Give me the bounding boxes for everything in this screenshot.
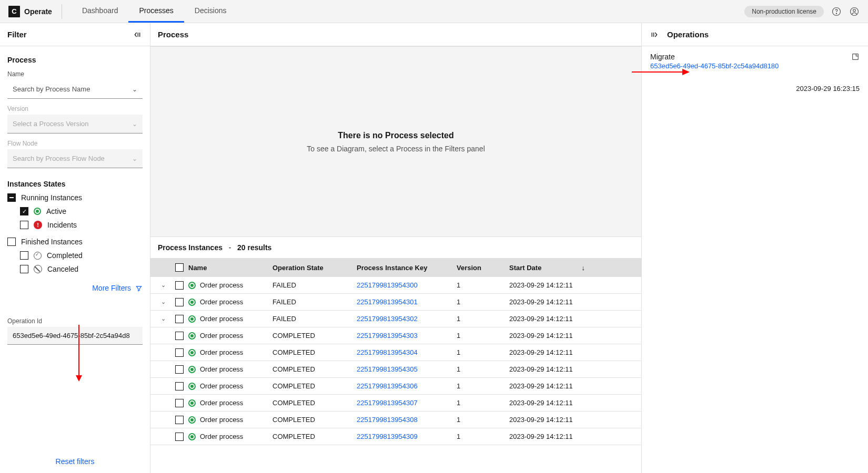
row-checkbox[interactable] (175, 281, 184, 290)
running-label: Running Instances (21, 193, 82, 202)
row-version: 1 (457, 365, 509, 373)
process-name-select[interactable]: Search by Process Name ⌄ (7, 80, 143, 99)
row-start: 2023-09-29 14:12:11 (509, 348, 593, 356)
row-checkbox[interactable] (175, 382, 184, 390)
chevron-down-icon: ⌄ (132, 155, 137, 162)
col-name[interactable]: Name (188, 264, 272, 272)
license-badge: Non-production license (744, 6, 824, 17)
row-version: 1 (457, 332, 509, 340)
operation-type: Migrate (650, 53, 779, 61)
user-icon[interactable] (849, 6, 860, 17)
logo-icon: C (8, 6, 20, 17)
more-filters-link[interactable]: More Filters (92, 284, 143, 292)
table-header: Name Operation State Process Instance Ke… (150, 258, 641, 277)
reset-filters-link[interactable]: Reset filters (56, 457, 95, 466)
row-checkbox[interactable] (175, 332, 184, 340)
row-name: Order process (200, 399, 243, 407)
instances-count: 20 results (237, 243, 271, 252)
active-checkbox[interactable] (20, 207, 28, 215)
row-key-link[interactable]: 2251799813954304 (357, 348, 418, 356)
table-row: ⌄ Order process FAILED 2251799813954300 … (150, 277, 641, 294)
completed-checkbox[interactable] (20, 251, 28, 260)
svg-marker-5 (76, 375, 82, 382)
diagram-empty-subtitle: To see a Diagram, select a Process in th… (307, 145, 485, 153)
row-name: Order process (200, 433, 243, 440)
row-opstate: COMPLETED (272, 365, 357, 373)
row-name: Order process (200, 281, 243, 289)
table-row: Order process COMPLETED 2251799813954309… (150, 428, 641, 445)
row-start: 2023-09-29 14:12:11 (509, 281, 593, 289)
canceled-checkbox[interactable] (20, 265, 28, 273)
row-name: Order process (200, 332, 243, 340)
nav-decisions[interactable]: Decisions (184, 0, 237, 23)
row-name: Order process (200, 348, 243, 356)
row-key-link[interactable]: 2251799813954309 (357, 433, 418, 440)
version-placeholder: Select a Process Version (13, 120, 89, 128)
expand-row-icon[interactable]: ⌄ (161, 282, 166, 289)
row-name: Order process (200, 382, 243, 390)
expand-row-icon[interactable]: ⌄ (161, 299, 166, 305)
row-checkbox[interactable] (175, 433, 184, 441)
completed-label: Completed (47, 251, 83, 260)
row-key-link[interactable]: 2251799813954308 (357, 416, 418, 424)
row-key-link[interactable]: 2251799813954306 (357, 382, 418, 390)
flownode-placeholder: Search by Process Flow Node (13, 155, 105, 162)
active-icon (188, 349, 196, 356)
row-name: Order process (200, 416, 243, 424)
row-key-link[interactable]: 2251799813954302 (357, 315, 418, 323)
row-checkbox[interactable] (175, 298, 184, 306)
nav-processes[interactable]: Processes (128, 0, 184, 23)
help-icon[interactable] (831, 6, 842, 17)
table-row: ⌄ Order process FAILED 2251799813954302 … (150, 311, 641, 327)
flownode-select: Search by Process Flow Node ⌄ (7, 149, 143, 168)
col-key[interactable]: Process Instance Key (357, 264, 457, 272)
header: C Operate Dashboard Processes Decisions … (0, 0, 868, 23)
row-key-link[interactable]: 2251799813954303 (357, 332, 418, 340)
active-icon (188, 366, 196, 373)
row-key-link[interactable]: 2251799813954307 (357, 399, 418, 407)
open-operation-icon[interactable] (851, 53, 860, 61)
table-row: Order process COMPLETED 2251799813954303… (150, 327, 641, 344)
expand-operations-icon[interactable] (649, 29, 660, 40)
version-label: Version (7, 105, 143, 112)
col-start[interactable]: Start Date ↓ (509, 264, 593, 272)
incidents-label: Incidents (47, 221, 77, 229)
row-checkbox[interactable] (175, 416, 184, 424)
annotation-arrow-right-icon (632, 67, 690, 77)
col-opstate[interactable]: Operation State (272, 264, 357, 272)
nav-dashboard[interactable]: Dashboard (72, 0, 129, 23)
row-start: 2023-09-29 14:12:11 (509, 315, 593, 323)
row-checkbox[interactable] (175, 399, 184, 407)
table-row: Order process COMPLETED 2251799813954304… (150, 344, 641, 361)
incidents-checkbox[interactable] (20, 221, 28, 229)
active-icon (188, 383, 196, 390)
row-checkbox[interactable] (175, 348, 184, 357)
row-opstate: FAILED (272, 315, 357, 323)
expand-row-icon[interactable]: ⌄ (161, 315, 166, 322)
filter-panel: Filter Process Name Search by Process Na… (0, 23, 150, 473)
sort-desc-icon: ↓ (582, 264, 586, 272)
diagram-empty-title: There is no Process selected (338, 131, 454, 140)
completed-icon (34, 252, 42, 260)
row-version: 1 (457, 348, 509, 356)
row-opstate: COMPLETED (272, 332, 357, 340)
process-section-title: Process (7, 56, 143, 64)
row-key-link[interactable]: 2251799813954305 (357, 365, 418, 373)
active-icon (188, 416, 196, 424)
row-name: Order process (200, 315, 243, 323)
row-key-link[interactable]: 2251799813954301 (357, 298, 418, 306)
app-brand[interactable]: C Operate (8, 4, 62, 19)
row-start: 2023-09-29 14:12:11 (509, 416, 593, 424)
operations-panel: Operations Migrate 653ed5e6-49ed-4675-85… (642, 23, 868, 473)
svg-point-3 (853, 9, 856, 12)
collapse-filter-icon[interactable] (132, 29, 143, 40)
active-icon (188, 282, 196, 289)
finished-checkbox[interactable] (7, 238, 16, 246)
running-checkbox[interactable] (7, 193, 16, 202)
col-version[interactable]: Version (457, 264, 509, 272)
annotation-arrow-down-icon (74, 325, 84, 383)
row-checkbox[interactable] (175, 315, 184, 323)
select-all-checkbox[interactable] (175, 263, 184, 272)
row-checkbox[interactable] (175, 365, 184, 374)
row-key-link[interactable]: 2251799813954300 (357, 281, 418, 289)
